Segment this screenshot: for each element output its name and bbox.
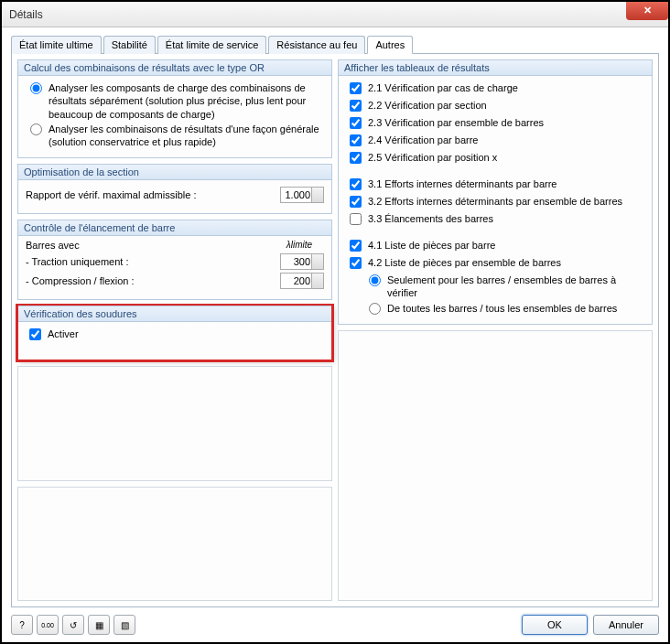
footer: ? 0.00 ↺ ▦ ▧ OK Annuler	[11, 615, 659, 635]
window-title: Détails	[9, 8, 43, 21]
checkbox-input[interactable]	[350, 82, 362, 94]
dialog-buttons: OK Annuler	[522, 615, 659, 635]
empty-panel-left-2	[17, 487, 332, 601]
traction-spinner[interactable]: 300	[280, 253, 324, 270]
check-3-3[interactable]: 3.3 Élancements des barres	[346, 212, 644, 228]
tab-etat-limite-service[interactable]: État limite de service	[157, 36, 266, 54]
group-title: Vérification des soudures	[18, 306, 331, 322]
empty-panel-left-1	[17, 366, 332, 480]
checkbox-input[interactable]	[350, 152, 362, 164]
radio-input[interactable]	[369, 303, 381, 315]
radio-input[interactable]	[30, 123, 42, 135]
group-optimisation: Optimisation de la section Rapport de vé…	[17, 164, 332, 214]
grid1-icon-button[interactable]: ▦	[88, 615, 110, 635]
check-2-1[interactable]: 2.1 Vérification par cas de charge	[346, 81, 644, 97]
checkbox-input[interactable]	[350, 213, 362, 225]
check-activer[interactable]: Activer	[26, 327, 324, 343]
cancel-button[interactable]: Annuler	[593, 615, 659, 635]
check-2-5[interactable]: 2.5 Vérification par position x	[346, 151, 644, 166]
check-4-2[interactable]: 4.2 Liste de pièces par ensemble de barr…	[346, 256, 644, 272]
tab-etat-limite-ultime[interactable]: État limite ultime	[11, 36, 102, 54]
group-title: Contrôle de l'élancement de barre	[18, 220, 331, 236]
checkbox-input[interactable]	[350, 257, 362, 269]
group-title: Optimisation de la section	[18, 164, 331, 180]
radio-analyser-separement[interactable]: Analyser les composants de charge des co…	[26, 81, 324, 121]
group-afficher-tableaux: Afficher les tableaux de résultats 2.1 V…	[338, 59, 653, 325]
ratio-label: Rapport de vérif. maximal admissible :	[26, 189, 276, 200]
tab-content: Calcul des combinaisons de résultats ave…	[11, 53, 659, 607]
group-elancement: Contrôle de l'élancement de barre Barres…	[17, 220, 332, 300]
checkbox-input[interactable]	[350, 196, 362, 208]
checkbox-input[interactable]	[350, 134, 362, 146]
precision-icon-button[interactable]: 0.00	[37, 615, 59, 635]
radio-toutes-barres[interactable]: De toutes les barres / tous les ensemble…	[364, 302, 644, 315]
grid-icon: ▦	[95, 620, 103, 630]
icon-buttons: ? 0.00 ↺ ▦ ▧	[11, 615, 135, 635]
empty-panel-right	[338, 330, 653, 601]
compression-spinner[interactable]: 200	[280, 273, 324, 289]
checkbox-input[interactable]	[350, 178, 362, 190]
ratio-spinner[interactable]: 1.000	[280, 187, 324, 203]
check-2-4[interactable]: 2.4 Vérification par barre	[346, 134, 644, 149]
grid2-icon-button[interactable]: ▧	[113, 615, 135, 635]
checkbox-input[interactable]	[29, 328, 41, 340]
group-title: Calcul des combinaisons de résultats ave…	[18, 59, 331, 76]
ok-button[interactable]: OK	[522, 615, 588, 635]
reset-icon: ↺	[70, 620, 77, 630]
precision-icon: 0.00	[41, 622, 54, 628]
check-3-2[interactable]: 3.2 Efforts internes déterminants par en…	[346, 195, 644, 210]
traction-label: - Traction uniquement :	[26, 256, 276, 267]
reset-icon-button[interactable]: ↺	[62, 615, 84, 635]
radio-input[interactable]	[369, 274, 381, 286]
checkbox-input[interactable]	[350, 117, 362, 129]
dialog-body: État limite ultime Stabilité État limite…	[2, 27, 668, 617]
radio-seulement-barres[interactable]: Seulement pour les barres / ensembles de…	[364, 274, 644, 300]
radio-analyser-general[interactable]: Analyser les combinaisons de résultats d…	[26, 123, 324, 149]
checkbox-input[interactable]	[350, 100, 362, 112]
check-2-3[interactable]: 2.3 Vérification par ensemble de barres	[346, 116, 644, 132]
check-2-2[interactable]: 2.2 Vérification par section	[346, 99, 644, 114]
group-verification-soudures: Vérification des soudures Activer	[17, 306, 332, 360]
left-column: Calcul des combinaisons de résultats ave…	[17, 59, 332, 601]
tab-resistance-feu[interactable]: Résistance au feu	[268, 36, 365, 54]
lambda-label: λlimite	[275, 240, 324, 251]
group-calc-combinaisons: Calcul des combinaisons de résultats ave…	[17, 59, 332, 158]
checkbox-input[interactable]	[350, 240, 362, 252]
tab-row: État limite ultime Stabilité État limite…	[11, 35, 659, 53]
help-icon-button[interactable]: ?	[11, 615, 33, 635]
compression-label: - Compression / flexion :	[26, 275, 276, 286]
check-3-1[interactable]: 3.1 Efforts internes déterminants par ba…	[346, 177, 644, 193]
help-icon: ?	[19, 620, 25, 630]
bars-label: Barres avec	[26, 240, 275, 251]
grid-icon: ▧	[121, 620, 129, 630]
close-button[interactable]: ✕	[626, 2, 668, 20]
radio-input[interactable]	[30, 82, 42, 94]
tab-stabilite[interactable]: Stabilité	[103, 36, 156, 54]
tab-autres[interactable]: Autres	[367, 36, 413, 54]
check-4-1[interactable]: 4.1 Liste de pièces par barre	[346, 239, 644, 254]
titlebar: Détails ✕	[2, 2, 668, 27]
right-column: Afficher les tableaux de résultats 2.1 V…	[338, 59, 653, 601]
group-title: Afficher les tableaux de résultats	[339, 59, 652, 76]
